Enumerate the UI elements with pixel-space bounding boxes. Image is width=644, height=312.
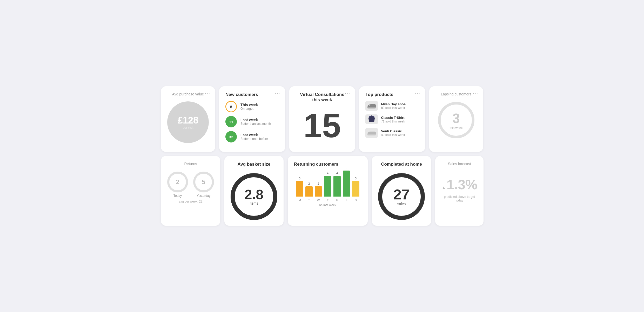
forecast-arrow-icon: ▲ (441, 185, 446, 190)
returning-footer: on last week (294, 203, 361, 207)
basket-circle: 2.8 items (231, 173, 277, 220)
this-week-sub: On target (240, 107, 258, 110)
bar-col-M: 3 M (296, 177, 303, 202)
dashboard: ··· Avg purchase value £128 per visit ··… (161, 86, 483, 226)
bar-W (315, 186, 322, 197)
completed-sub: sales (397, 202, 406, 206)
returning-bar-chart: 3 M 2 T 2 W 4 T (294, 171, 361, 202)
virtual-menu[interactable]: ··· (345, 90, 350, 96)
top-row: ··· Avg purchase value £128 per visit ··… (161, 86, 483, 152)
new-customers-row-2: 11 Last week Better than last month (225, 116, 279, 127)
forecast-value: ▲1.3% (441, 177, 477, 192)
badge-last-week-1: 11 (225, 116, 237, 127)
lapsing-title: Lapsing customers (441, 92, 472, 96)
avg-purchase-amount: £128 (178, 115, 198, 126)
bar-T2 (324, 176, 331, 197)
last-week-sub-1: Better than last month (240, 122, 271, 126)
returns-circles: 2 Today 5 Yesterday (167, 172, 214, 198)
product-row-3: Venti Classic... 49 sold this week (365, 128, 419, 138)
completed-menu[interactable]: ··· (421, 160, 426, 166)
completed-home-card: ··· Completed at home 27 sales (372, 156, 431, 226)
bar-col-T1: 2 T (305, 182, 313, 202)
avg-purchase-menu[interactable]: ··· (205, 90, 210, 96)
last-week-label-2: Last week (240, 133, 268, 137)
avg-purchase-sub: per visit (183, 126, 193, 129)
product-row-1: Milan Day shoe 83 sold this week (365, 101, 419, 111)
returns-yesterday-label: Yesterday (197, 194, 211, 198)
returns-today: 2 Today (167, 172, 188, 198)
forecast-sub: predicted above target today (441, 195, 477, 202)
avg-basket-card: ··· Avg basket size 2.8 items (224, 156, 284, 226)
bar-S2 (352, 181, 359, 197)
returns-today-label: Today (173, 194, 182, 198)
bottom-row: ··· Returns 2 Today 5 Yesterday avg per … (161, 156, 483, 226)
top-products-menu[interactable]: ··· (415, 90, 420, 96)
avg-purchase-circle: £128 per visit (167, 101, 209, 143)
product-name-1: Milan Day shoe (381, 102, 406, 106)
product-img-3 (365, 128, 378, 138)
returning-title: Returning customers (294, 162, 361, 167)
new-customers-menu[interactable]: ··· (275, 90, 280, 96)
lapsing-number: 3 (452, 110, 460, 126)
returns-title: Returns (184, 162, 197, 166)
product-sold-2: 71 sold this week (381, 120, 405, 123)
completed-number: 27 (393, 187, 410, 202)
returns-yesterday-circle: 5 (193, 172, 214, 192)
returns-menu[interactable]: ··· (210, 160, 216, 166)
bar-col-T2: 4 T (324, 172, 331, 202)
avg-purchase-card: ··· Avg purchase value £128 per visit (161, 86, 215, 152)
product-img-2 (365, 114, 378, 124)
new-customers-card: ··· New customers 8 This week On target … (219, 86, 285, 152)
lapsing-menu[interactable]: ··· (473, 90, 478, 96)
virtual-consultations-card: ··· Virtual Consultationsthis week 15 (289, 86, 355, 152)
product-name-2: Classic T-Shirt (381, 116, 405, 120)
new-customers-title: New customers (225, 92, 279, 97)
badge-this-week: 8 (225, 101, 237, 112)
virtual-title: Virtual Consultationsthis week (300, 92, 344, 102)
bar-col-S1: 5 S (343, 166, 350, 202)
returns-today-circle: 2 (167, 172, 188, 192)
bar-col-F: 4 F (333, 172, 341, 202)
product-sold-3: 49 sold this week (381, 133, 405, 137)
bar-col-S2: 3 S (352, 177, 359, 202)
svg-point-1 (369, 105, 370, 106)
bar-col-W: 2 W (315, 182, 322, 202)
returning-menu[interactable]: ··· (358, 160, 363, 166)
lapsing-sub: this week (450, 126, 463, 130)
bar-M (296, 181, 303, 197)
last-week-sub-2: Better month before (240, 137, 268, 141)
basket-value: 2.8 (245, 188, 263, 201)
sales-forecast-card: ··· Sales forecast ▲1.3% predicted above… (435, 156, 484, 226)
basket-menu[interactable]: ··· (273, 160, 279, 166)
returns-avg: avg per week: 22 (179, 200, 202, 203)
product-img-1 (365, 101, 378, 111)
product-row-2: Classic T-Shirt 71 sold this week (365, 114, 419, 124)
last-week-label-1: Last week (240, 118, 271, 122)
new-customers-row-3: 32 Last week Better month before (225, 131, 279, 142)
badge-last-week-2: 32 (225, 131, 237, 142)
lapsing-customers-card: ··· Lapsing customers 3 this week (429, 86, 483, 152)
returns-card: ··· Returns 2 Today 5 Yesterday avg per … (161, 156, 220, 226)
bar-S1 (343, 171, 350, 197)
bar-T1 (305, 186, 313, 197)
forecast-menu[interactable]: ··· (473, 160, 479, 166)
forecast-title: Sales forecast (448, 162, 471, 166)
returns-yesterday: 5 Yesterday (193, 172, 214, 198)
svg-point-2 (370, 115, 373, 117)
returning-customers-card: ··· Returning customers 3 M 2 T 2 W (288, 156, 368, 226)
top-products-title: Top products (365, 92, 419, 97)
bar-F (333, 176, 341, 197)
completed-title: Completed at home (381, 162, 422, 167)
avg-purchase-title: Avg purchase value (172, 92, 204, 96)
product-sold-1: 83 sold this week (381, 106, 406, 110)
lapsing-circle: 3 this week (438, 102, 474, 138)
basket-title: Avg basket size (238, 162, 271, 167)
basket-sub: items (250, 201, 258, 205)
this-week-label: This week (240, 103, 258, 107)
completed-circle: 27 sales (378, 173, 425, 220)
product-name-3: Venti Classic... (381, 129, 405, 133)
top-products-card: ··· Top products Milan Day shoe 83 sold … (359, 86, 425, 152)
new-customers-row-1: 8 This week On target (225, 101, 279, 112)
virtual-number: 15 (303, 109, 341, 142)
